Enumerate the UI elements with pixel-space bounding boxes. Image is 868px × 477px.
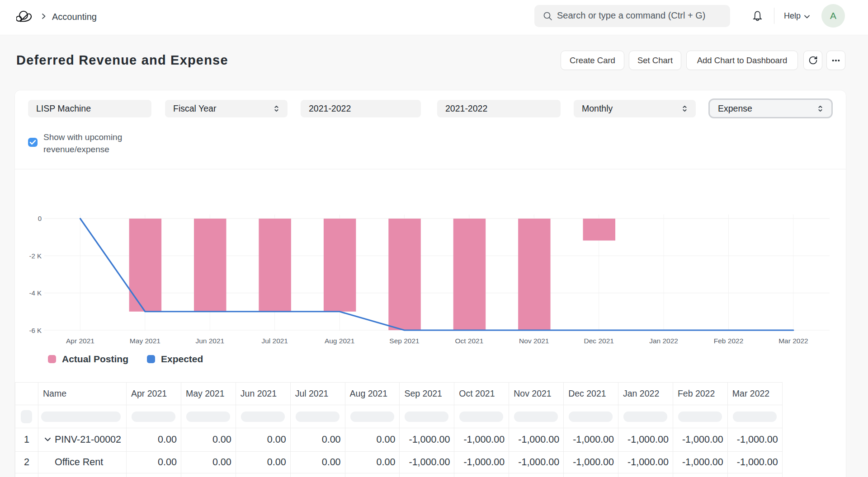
svg-text:0: 0 [38,215,42,222]
svg-text:Actual Posting: Actual Posting [62,354,128,364]
svg-text:Oct 2021: Oct 2021 [455,337,483,345]
svg-text:-4 K: -4 K [29,289,42,297]
svg-text:-6 K: -6 K [29,327,42,334]
svg-text:Jun 2021: Jun 2021 [195,337,224,345]
svg-text:Feb 2022: Feb 2022 [714,337,744,345]
svg-text:Expected: Expected [161,354,203,364]
svg-text:Mar 2022: Mar 2022 [778,337,808,345]
svg-text:May 2021: May 2021 [130,337,160,345]
svg-text:Jan 2022: Jan 2022 [649,337,678,345]
svg-text:Aug 2021: Aug 2021 [325,337,354,345]
svg-text:Jul 2021: Jul 2021 [261,337,288,345]
svg-text:Dec 2021: Dec 2021 [584,337,614,345]
svg-text:-2 K: -2 K [29,252,42,260]
svg-text:Apr 2021: Apr 2021 [66,337,94,345]
svg-text:Nov 2021: Nov 2021 [519,337,549,345]
svg-text:Sep 2021: Sep 2021 [389,337,419,345]
